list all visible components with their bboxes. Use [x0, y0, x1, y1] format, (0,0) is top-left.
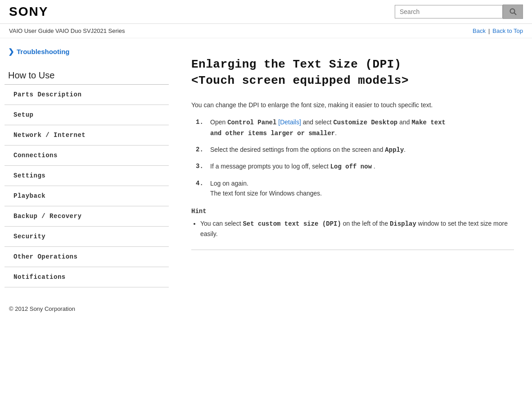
- troubleshooting-label: Troubleshooting: [17, 48, 70, 55]
- page-title-block: Enlarging the Text Size (DPI) <Touch scr…: [191, 56, 514, 89]
- step-2: 2. Select the desired settings from the …: [196, 145, 514, 155]
- step-1-content: Open Control Panel [Details] and select …: [210, 117, 514, 138]
- sidebar-item-notifications[interactable]: Notifications: [5, 267, 169, 287]
- sidebar-item-backup-recovery[interactable]: Backup / Recovery: [5, 206, 169, 227]
- sony-logo: SONY: [9, 5, 48, 19]
- nav-separator: |: [488, 27, 490, 34]
- log-off-bold: Log off now: [330, 163, 372, 170]
- chevron-right-icon: ❯: [8, 47, 14, 56]
- step-1: 1. Open Control Panel [Details] and sele…: [196, 117, 514, 138]
- page-title-line2: <Touch screen equipped models>: [191, 74, 409, 87]
- sidebar-item-connections[interactable]: Connections: [5, 146, 169, 166]
- details-link[interactable]: [Details]: [278, 118, 301, 126]
- step-2-num: 2.: [196, 145, 207, 155]
- step-3-num: 3.: [196, 161, 207, 172]
- control-panel-bold: Control Panel: [227, 119, 276, 126]
- page-title: Enlarging the Text Size (DPI) <Touch scr…: [191, 56, 514, 89]
- hint-section: Hint You can select Set custom text size…: [191, 208, 514, 239]
- sidebar-item-network-internet[interactable]: Network / Internet: [5, 125, 169, 146]
- nav-links: Back | Back to Top: [473, 27, 523, 34]
- step-3-content: If a message prompts you to log off, sel…: [210, 161, 514, 172]
- svg-line-1: [514, 13, 516, 15]
- step-1-num: 1.: [196, 117, 207, 138]
- step-3: 3. If a message prompts you to log off, …: [196, 161, 514, 172]
- sidebar-item-security[interactable]: Security: [5, 227, 169, 247]
- sidebar-item-settings[interactable]: Settings: [5, 166, 169, 186]
- content-divider: [191, 250, 514, 250]
- step-4-num: 4.: [196, 178, 207, 199]
- main-layout: ❯ Troubleshooting How to Use Parts Descr…: [0, 38, 532, 296]
- footer: © 2012 Sony Corporation: [0, 296, 532, 321]
- copyright: © 2012 Sony Corporation: [9, 305, 75, 312]
- sidebar-item-playback[interactable]: Playback: [5, 186, 169, 206]
- search-icon: [509, 8, 517, 16]
- search-input[interactable]: [395, 5, 503, 18]
- step-4: 4. Log on again.The text font size for W…: [196, 178, 514, 199]
- step-4-content: Log on again.The text font size for Wind…: [210, 178, 514, 199]
- sidebar-nav: How to Use Parts Description Setup Netwo…: [5, 67, 169, 287]
- page-title-line1: Enlarging the Text Size (DPI): [191, 58, 401, 71]
- back-link[interactable]: Back: [473, 27, 486, 34]
- steps-list: 1. Open Control Panel [Details] and sele…: [191, 117, 514, 198]
- step-2-content: Select the desired settings from the opt…: [210, 145, 514, 155]
- svg-point-0: [510, 9, 514, 14]
- display-bold: Display: [390, 220, 416, 227]
- apply-bold: Apply: [385, 146, 404, 154]
- customize-desktop-bold: Customize Desktop: [333, 119, 397, 126]
- header: SONY: [0, 0, 532, 24]
- sidebar-section-title: How to Use: [5, 67, 169, 85]
- troubleshooting-header[interactable]: ❯ Troubleshooting: [5, 47, 169, 56]
- sidebar-item-setup[interactable]: Setup: [5, 105, 169, 125]
- sidebar: ❯ Troubleshooting How to Use Parts Descr…: [0, 38, 169, 296]
- hint-list: You can select Set custom text size (DPI…: [191, 218, 514, 239]
- hint-label: Hint: [191, 208, 514, 215]
- search-area: [395, 5, 523, 19]
- hint-item: You can select Set custom text size (DPI…: [200, 218, 514, 239]
- guide-title: VAIO User Guide VAIO Duo SVJ2021 Series: [9, 27, 125, 34]
- search-button[interactable]: [503, 5, 523, 19]
- sidebar-item-other-operations[interactable]: Other Operations: [5, 247, 169, 267]
- back-to-top-link[interactable]: Back to Top: [492, 27, 523, 34]
- sidebar-item-parts-description[interactable]: Parts Description: [5, 85, 169, 105]
- content: Enlarging the Text Size (DPI) <Touch scr…: [169, 38, 532, 296]
- set-custom-bold: Set custom text size (DPI): [243, 220, 341, 227]
- intro-text: You can change the DPI to enlarge the fo…: [191, 100, 514, 110]
- breadcrumb-bar: VAIO User Guide VAIO Duo SVJ2021 Series …: [0, 24, 532, 38]
